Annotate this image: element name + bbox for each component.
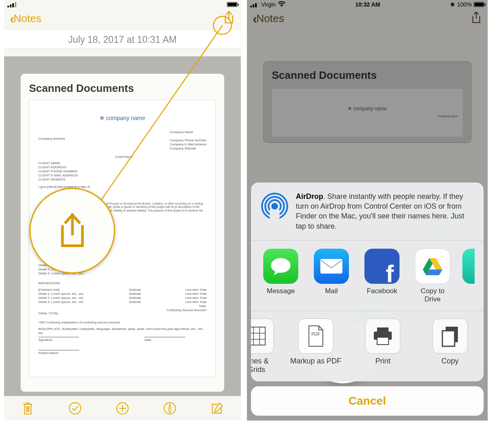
status-bar: Virgin 10:32 AM ✱ 100% (247, 0, 488, 7)
share-app-facebook[interactable]: Facebook (361, 249, 403, 303)
mail-icon (314, 249, 349, 284)
right-phone-screenshot: Virgin 10:32 AM ✱ 100% ‹ Notes Scanned (247, 0, 488, 421)
back-label: Notes (13, 12, 41, 25)
airdrop-row[interactable]: AirDrop. Share instantly with people nea… (251, 183, 484, 241)
svg-rect-16 (377, 327, 389, 332)
nav-bar: ‹ Notes (4, 7, 241, 30)
doc-logo: ❄ company name (100, 115, 145, 121)
cancel-button[interactable]: Cancel (251, 386, 484, 416)
battery-icon (227, 2, 238, 7)
action-markup-pdf[interactable]: PDF Markup as PDF (290, 318, 342, 374)
card-title: Scanned Documents (272, 69, 463, 82)
facebook-icon (364, 249, 400, 284)
document-preview: ❄ company name Company Name (271, 88, 463, 137)
svg-rect-13 (320, 259, 342, 274)
share-app-message[interactable]: Message (260, 249, 302, 303)
svg-rect-20 (442, 331, 455, 346)
status-bar (4, 0, 241, 7)
svg-rect-11 (270, 209, 280, 221)
airdrop-icon (260, 192, 289, 221)
svg-rect-18 (377, 337, 389, 345)
svg-point-12 (271, 258, 291, 273)
message-icon (263, 249, 298, 284)
share-actions-row: Lines & Grids PDF Markup as PDF Print (251, 311, 484, 381)
share-icon-magnified (29, 188, 115, 274)
action-lines-grids[interactable]: Lines & Grids (251, 318, 275, 374)
signal-icon (7, 2, 16, 7)
share-button[interactable] (471, 11, 482, 26)
share-sheet: AirDrop. Share instantly with people nea… (251, 183, 484, 416)
copy-icon (433, 318, 468, 354)
back-label: Notes (256, 12, 284, 25)
grid-icon (251, 318, 274, 354)
airdrop-text: AirDrop. Share instantly with people nea… (296, 192, 475, 231)
draw-icon[interactable] (162, 401, 177, 416)
svg-rect-14 (251, 327, 265, 345)
svg-point-7 (271, 203, 278, 209)
back-button[interactable]: ‹ Notes (10, 11, 41, 27)
share-button[interactable] (223, 11, 235, 26)
bottom-toolbar (4, 396, 241, 421)
compose-icon[interactable] (210, 401, 224, 416)
check-icon[interactable] (68, 401, 82, 416)
share-app-more[interactable] (462, 249, 475, 303)
action-copy[interactable]: Copy (424, 318, 476, 374)
note-timestamp: July 18, 2017 at 10:31 AM (4, 30, 241, 49)
printer-icon (365, 318, 400, 354)
back-button[interactable]: ‹ Notes (253, 11, 284, 27)
pdf-document-icon: PDF (298, 318, 333, 354)
svg-text:PDF: PDF (311, 332, 320, 336)
trash-icon[interactable] (20, 401, 35, 416)
share-app-drive[interactable]: Copy to Drive (412, 249, 453, 303)
left-phone-screenshot: ‹ Notes July 18, 2017 at 10:31 AM Scanne… (4, 0, 241, 421)
share-app-mail[interactable]: Mail (311, 249, 352, 303)
action-print[interactable]: Print (357, 318, 409, 374)
card-title: Scanned Documents (29, 82, 216, 95)
add-icon[interactable] (115, 401, 130, 416)
drive-icon (415, 249, 450, 284)
share-apps-row: Message Mail Facebook (251, 241, 484, 311)
nav-bar: ‹ Notes (247, 7, 488, 30)
svg-point-2 (69, 403, 81, 414)
